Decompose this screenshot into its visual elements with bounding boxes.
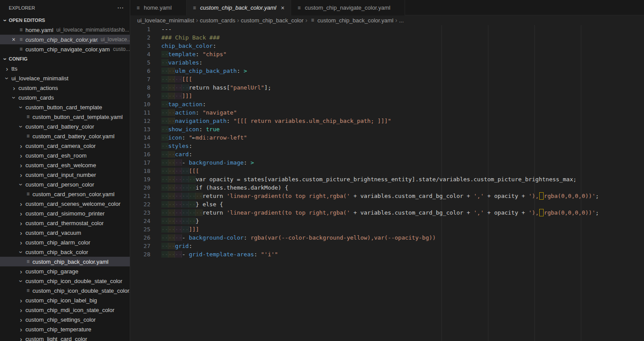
tree-item-custom_chip_back_color[interactable]: ›custom_chip_back_color (0, 247, 130, 257)
yaml-file-icon: ≡ (295, 5, 302, 11)
line-number: 2 (130, 33, 150, 42)
breadcrumb-label: custom_cards (200, 17, 235, 24)
code-line: 1--- (130, 25, 644, 33)
chevron-right-icon: › (11, 85, 18, 91)
line-number: 28 (130, 250, 150, 258)
tree-item-custom_card_thermostat_color[interactable]: ›custom_card_thermostat_color (0, 218, 130, 228)
tree-item-custom_button_card_template[interactable]: ›custom_button_card_template (0, 102, 130, 112)
line-content: ····card: (150, 150, 192, 158)
tree-item-custom_chip_alarm_color[interactable]: ›custom_chip_alarm_color (0, 237, 130, 247)
tree-item-custom_card_camera_color[interactable]: ›custom_card_camera_color (0, 141, 130, 151)
line-number: 9 (130, 92, 150, 100)
breadcrumb-separator-icon: › (305, 17, 307, 24)
chevron-right-icon: › (18, 143, 25, 149)
chevron-down-icon: › (2, 17, 9, 24)
tree-item-label: custom_light_card_color (25, 336, 87, 341)
open-editors-section-header[interactable]: › OPEN EDITORS (0, 15, 130, 25)
yaml-file-icon: ≡ (18, 46, 25, 52)
tree-item-custom_chip_icon_label_big[interactable]: ›custom_chip_icon_label_big (0, 295, 130, 305)
tree-item-label: custom_card_person_color.yaml (32, 191, 114, 197)
line-number: 22 (130, 200, 150, 208)
breadcrumb-item-custom_chip_back_color[interactable]: custom_chip_back_color (241, 17, 303, 24)
chevron-down-icon: › (18, 104, 25, 111)
tree-item-custom_card_battery_color[interactable]: ›custom_card_battery_color (0, 122, 130, 131)
close-icon[interactable]: × (10, 36, 18, 43)
open-editor-path: ui_lovelace_minimalist/dashb... (57, 27, 129, 33)
tree-item-custom_chip_icon_double_state_color[interactable]: ›custom_chip_icon_double_state_color (0, 276, 130, 286)
code-line: 7······[[[ (130, 75, 644, 83)
breadcrumb: ui_lovelace_minimalist›custom_cards›cust… (130, 15, 644, 25)
tree-item-label: custom_chip_icon_double_state_color.ya..… (32, 287, 130, 294)
line-content: ····navigation_path: "[[[ return variabl… (150, 117, 391, 125)
config-section-header[interactable]: › CONFIG (0, 54, 130, 64)
yaml-file-icon: ≡ (18, 27, 25, 33)
breadcrumb-item-custom_cards[interactable]: custom_cards (200, 17, 235, 24)
tree-item-custom_card_person_color[interactable]: ›custom_card_person_color (0, 179, 130, 189)
tree-item-label: custom_actions (18, 85, 58, 91)
tab-label: home.yaml (144, 4, 172, 11)
yaml-file-icon: ≡ (309, 17, 316, 23)
breadcrumb-item-...[interactable]: ... (399, 17, 404, 24)
line-content: --- (150, 25, 171, 33)
code-line: 2### Chip Back ### (130, 33, 644, 42)
tree-item-custom_chip_back_color.yaml[interactable]: ≡custom_chip_back_color.yaml (0, 257, 130, 266)
tree-item-custom_light_card_color[interactable]: ›custom_light_card_color (0, 334, 130, 341)
chevron-right-icon: › (18, 162, 25, 169)
yaml-file-icon: ≡ (18, 36, 25, 43)
line-content: ······- background-image: > (150, 158, 254, 167)
line-content: ····grid: (150, 242, 192, 250)
code-line: 14··icon: "←mdi:arrow-left" (130, 133, 644, 142)
chevron-down-icon: › (18, 277, 25, 284)
line-content: ··icon: "←mdi:arrow-left" (150, 133, 247, 142)
tree-item-label: custom_chip_garage (25, 268, 78, 275)
tree-item-custom_chip_garage[interactable]: ›custom_chip_garage (0, 266, 130, 276)
tree-item-custom_card_sisimomo_printer[interactable]: ›custom_card_sisimomo_printer (0, 208, 130, 218)
line-number: 25 (130, 225, 150, 233)
code-line: 13··show_icon: true (130, 125, 644, 133)
tree-item-custom_card_person_color.yaml[interactable]: ≡custom_card_person_color.yaml (0, 189, 130, 199)
tab-close-icon[interactable]: × (279, 4, 286, 11)
line-content: ····action: "navigate" (150, 108, 237, 117)
tree-item-custom_card_esh_welcome[interactable]: ›custom_card_esh_welcome (0, 160, 130, 170)
line-number: 5 (130, 58, 150, 67)
tree-item-custom_card_battery_color.yaml[interactable]: ≡custom_card_battery_color.yaml (0, 131, 130, 141)
open-editor-path: custo... (113, 46, 130, 52)
line-content: ········[[[ (150, 167, 199, 175)
tree-item-custom_button_card_template.yaml[interactable]: ≡custom_button_card_template.yaml (0, 112, 130, 122)
chevron-right-icon: › (18, 336, 25, 341)
yaml-file-icon: ≡ (25, 287, 32, 294)
open-editor-custom_chip_navigate_color.yaml[interactable]: ≡custom_chip_navigate_color.yamlcusto... (0, 44, 130, 54)
code-editor[interactable]: 1---2### Chip Back ###3chip_back_color:4… (130, 25, 644, 341)
tree-item-custom_chip_icon_double_state_color.ya...[interactable]: ≡custom_chip_icon_double_state_color.ya.… (0, 286, 130, 295)
tree-item-custom_card_scenes_welcome_color[interactable]: ›custom_card_scenes_welcome_color (0, 199, 130, 208)
tab-home.yaml[interactable]: ≡home.yaml× (130, 0, 187, 15)
line-number: 26 (130, 233, 150, 242)
code-line: 20··········if (hass.themes.darkMode) { (130, 183, 644, 192)
chevron-right-icon: › (18, 230, 25, 236)
breadcrumb-item-ui_lovelace_minimalist[interactable]: ui_lovelace_minimalist (137, 17, 194, 24)
tree-item-custom_card_input_number[interactable]: ›custom_card_input_number (0, 170, 130, 179)
tree-item-ui_lovelace_minimalist[interactable]: ›ui_lovelace_minimalist (0, 73, 130, 83)
open-editor-custom_chip_back_color.yaml[interactable]: ×≡custom_chip_back_color.yamlui_lovelace… (0, 35, 130, 44)
tree-item-custom_cards[interactable]: ›custom_cards (0, 93, 130, 102)
tree-item-custom_card_esh_room[interactable]: ›custom_card_esh_room (0, 151, 130, 160)
tree-item-custom_chip_settings_color[interactable]: ›custom_chip_settings_color (0, 315, 130, 324)
chevron-right-icon: › (18, 152, 25, 159)
chevron-down-icon: › (4, 75, 11, 82)
breadcrumb-item-custom_chip_back_color.yaml[interactable]: ≡custom_chip_back_color.yaml (309, 17, 393, 24)
tree-item-custom_card_vacuum[interactable]: ›custom_card_vacuum (0, 228, 130, 237)
editor-area: ≡home.yaml×≡custom_chip_back_color.yaml×… (130, 0, 644, 341)
tree-item-custom_chip_mdi_icon_state_color[interactable]: ›custom_chip_mdi_icon_state_color (0, 305, 130, 315)
tab-custom_chip_navigate_color.yaml[interactable]: ≡custom_chip_navigate_color.yaml× (291, 0, 405, 15)
tree-item-custom_actions[interactable]: ›custom_actions (0, 83, 130, 93)
breadcrumb-separator-icon: › (196, 17, 198, 24)
line-number: 7 (130, 75, 150, 83)
tree-item-custom_chip_temperature[interactable]: ›custom_chip_temperature (0, 324, 130, 334)
more-actions-icon[interactable]: ⋯ (117, 4, 124, 12)
tree-item-tts[interactable]: ›tts (0, 64, 130, 73)
code-line: 11····action: "navigate" (130, 108, 644, 117)
open-editor-label: custom_chip_back_color.yaml (25, 36, 98, 43)
open-editor-home.yaml[interactable]: ≡home.yamlui_lovelace_minimalist/dashb..… (0, 25, 130, 35)
tab-custom_chip_back_color.yaml[interactable]: ≡custom_chip_back_color.yaml× (187, 0, 292, 15)
yaml-file-icon: ≡ (25, 114, 32, 120)
